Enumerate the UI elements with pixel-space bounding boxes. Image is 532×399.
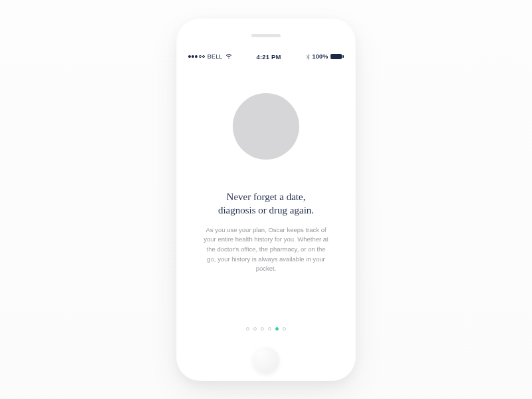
signal-strength-icon [188, 55, 205, 58]
home-button[interactable] [253, 346, 279, 373]
status-bar: BELL 4:21 PM 100% [186, 50, 346, 63]
stage: BELL 4:21 PM 100% [0, 0, 532, 399]
page-dot-5[interactable] [283, 327, 286, 331]
page-dot-0[interactable] [246, 327, 249, 331]
wifi-icon [225, 54, 232, 59]
status-right: 100% [306, 53, 344, 60]
clock: 4:21 PM [256, 53, 281, 61]
battery-percent-label: 100% [313, 53, 329, 60]
onboarding-body: As you use your plan, Oscar keeps track … [203, 225, 329, 275]
page-dot-3[interactable] [268, 327, 271, 331]
onboarding-headline: Never forget a date, diagnosis or drug a… [218, 190, 314, 217]
onboarding-slide[interactable]: Never forget a date, diagnosis or drug a… [186, 63, 346, 340]
phone-mockup: BELL 4:21 PM 100% [176, 18, 356, 381]
bluetooth-icon [306, 54, 310, 60]
phone-screen: BELL 4:21 PM 100% [186, 50, 346, 340]
page-dot-2[interactable] [261, 327, 264, 331]
carrier-label: BELL [207, 53, 223, 60]
page-dot-1[interactable] [253, 327, 257, 331]
status-left: BELL [188, 53, 232, 60]
battery-icon [331, 54, 344, 59]
page-dot-4[interactable] [275, 327, 279, 331]
hero-image-placeholder [233, 93, 299, 160]
page-indicator [246, 327, 286, 340]
phone-speaker [251, 34, 281, 37]
